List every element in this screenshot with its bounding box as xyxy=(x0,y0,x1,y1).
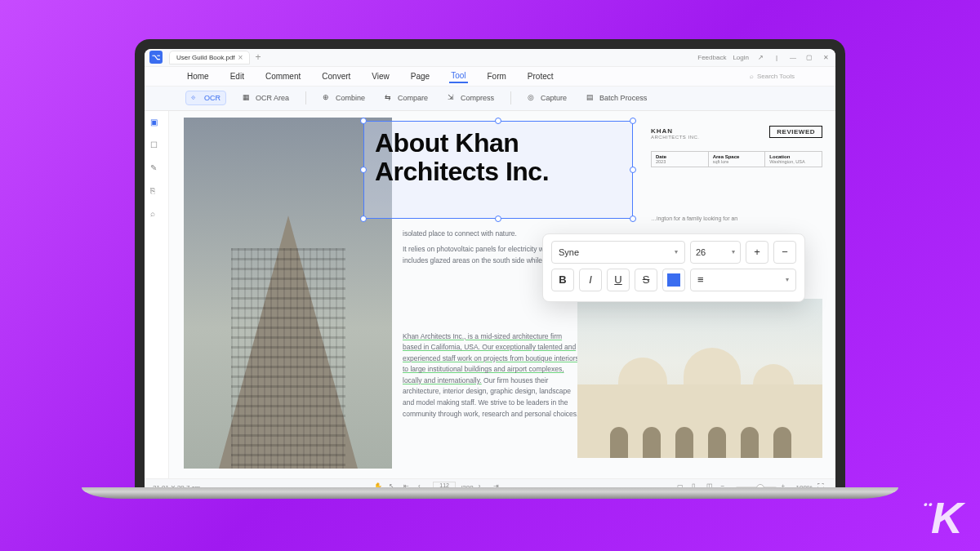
tool-batch[interactable]: ▤ Batch Process xyxy=(583,91,650,105)
resize-handle[interactable] xyxy=(630,118,636,124)
close-window-button[interactable]: ✕ xyxy=(821,52,831,62)
divider: | xyxy=(772,52,782,62)
text-color-button[interactable] xyxy=(662,269,685,291)
resize-handle[interactable] xyxy=(360,216,367,222)
reviewed-stamp: REVIEWED xyxy=(769,126,822,138)
menu-home[interactable]: Home xyxy=(185,70,211,82)
left-sidebar: ▣ ☐ ✎ ⎘ ⌕ xyxy=(145,111,169,478)
meta-table: Date 2023 Area Space sqft lore Location … xyxy=(651,151,822,167)
tool-combine[interactable]: ⊕ Combine xyxy=(319,91,368,105)
menu-form[interactable]: Form xyxy=(486,70,508,82)
menu-comment[interactable]: Comment xyxy=(264,70,302,82)
menu-protect[interactable]: Protect xyxy=(526,70,555,82)
font-size-decrease[interactable]: − xyxy=(773,241,796,264)
menu-bar: Home Edit Comment Convert View Page Tool… xyxy=(145,67,835,87)
resize-handle[interactable] xyxy=(495,118,501,124)
bold-button[interactable]: B xyxy=(551,269,574,291)
chevron-down-icon: ▾ xyxy=(732,248,735,256)
resize-handle[interactable] xyxy=(495,216,501,222)
maximize-button[interactable]: ▢ xyxy=(804,52,814,62)
align-left-icon: ≡ xyxy=(697,273,704,286)
resize-handle[interactable] xyxy=(630,216,636,222)
resize-handle[interactable] xyxy=(360,167,367,173)
search-icon: ⌕ xyxy=(750,73,754,80)
caption-text: …ington for a family looking for an xyxy=(651,216,822,221)
combine-icon: ⊕ xyxy=(323,93,332,103)
doc-header-meta: KHAN ARCHITECTS INC. REVIEWED Date 2023 … xyxy=(651,127,822,167)
title-bar: ⌥ User Guild Book.pdf × + Feedback Login… xyxy=(145,49,835,67)
strikethrough-button[interactable]: S xyxy=(635,269,657,291)
underline-button[interactable]: U xyxy=(607,269,630,291)
laptop-base xyxy=(82,487,898,499)
font-family-select[interactable]: Syne ▾ xyxy=(551,241,685,264)
headline-text[interactable]: About Khan Architects Inc. xyxy=(375,129,621,211)
ocr-area-icon: ▦ xyxy=(243,93,252,103)
thumbnails-icon[interactable]: ▣ xyxy=(150,118,163,131)
feedback-link[interactable]: Feedback xyxy=(697,54,726,61)
secondary-image-mosque xyxy=(577,299,822,458)
menu-edit[interactable]: Edit xyxy=(229,70,246,82)
tool-ribbon: ⟐ OCR ▦ OCR Area ⊕ Combine ⇆ Compare ⇲ C… xyxy=(145,87,835,111)
italic-button[interactable]: I xyxy=(579,269,602,291)
search-panel-icon[interactable]: ⌕ xyxy=(150,209,163,222)
selected-text-box[interactable]: About Khan Architects Inc. xyxy=(363,121,633,219)
menu-tool[interactable]: Tool xyxy=(449,69,467,83)
tool-compare[interactable]: ⇆ Compare xyxy=(381,91,431,105)
knowtechie-logo: K xyxy=(931,492,960,543)
login-link[interactable]: Login xyxy=(733,54,749,61)
color-swatch xyxy=(667,273,680,287)
tool-capture[interactable]: ◎ Capture xyxy=(524,91,570,105)
compress-icon: ⇲ xyxy=(448,93,457,103)
capture-icon: ◎ xyxy=(528,93,537,103)
close-tab-icon[interactable]: × xyxy=(238,53,243,62)
search-tools[interactable]: ⌕ Search Tools xyxy=(750,73,795,80)
tool-ocr[interactable]: ⟐ OCR xyxy=(185,91,226,105)
tool-compress[interactable]: ⇲ Compress xyxy=(444,91,497,105)
compare-icon: ⇆ xyxy=(385,93,394,103)
batch-icon: ▤ xyxy=(586,93,596,103)
document-canvas[interactable]: About Khan Architects Inc. KHAN ARCHITEC… xyxy=(169,111,835,478)
separator xyxy=(305,91,306,104)
attachments-icon[interactable]: ⎘ xyxy=(150,186,163,199)
document-tab[interactable]: User Guild Book.pdf × xyxy=(169,51,250,64)
resize-handle[interactable] xyxy=(360,118,367,124)
separator xyxy=(510,91,511,104)
chevron-down-icon: ▾ xyxy=(786,276,789,283)
tool-ocr-area[interactable]: ▦ OCR Area xyxy=(239,91,292,105)
new-tab-button[interactable]: + xyxy=(255,51,261,63)
minimize-button[interactable]: ― xyxy=(788,52,798,62)
main-area: ▣ ☐ ✎ ⎘ ⌕ xyxy=(145,111,835,478)
menu-page[interactable]: Page xyxy=(409,70,431,82)
resize-handle[interactable] xyxy=(630,167,636,173)
ocr-icon: ⟐ xyxy=(191,93,201,103)
align-button[interactable]: ≡ ▾ xyxy=(690,269,796,291)
font-size-select[interactable]: 26 ▾ xyxy=(690,241,741,264)
document-tab-label: User Guild Book.pdf xyxy=(176,54,235,61)
body-para2: Khan Architects Inc., is a mid-sized arc… xyxy=(403,331,582,420)
comments-icon[interactable]: ✎ xyxy=(150,163,163,176)
bookmark-icon[interactable]: ☐ xyxy=(150,140,163,153)
menu-view[interactable]: View xyxy=(370,70,391,82)
chevron-down-icon: ▾ xyxy=(675,248,678,256)
font-size-increase[interactable]: + xyxy=(746,241,768,264)
external-link-icon[interactable]: ↗ xyxy=(755,52,765,62)
search-placeholder: Search Tools xyxy=(757,73,795,80)
text-format-panel[interactable]: Syne ▾ 26 ▾ + − B I U S xyxy=(542,233,805,302)
menu-convert[interactable]: Convert xyxy=(320,70,352,82)
app-icon: ⌥ xyxy=(149,51,163,64)
